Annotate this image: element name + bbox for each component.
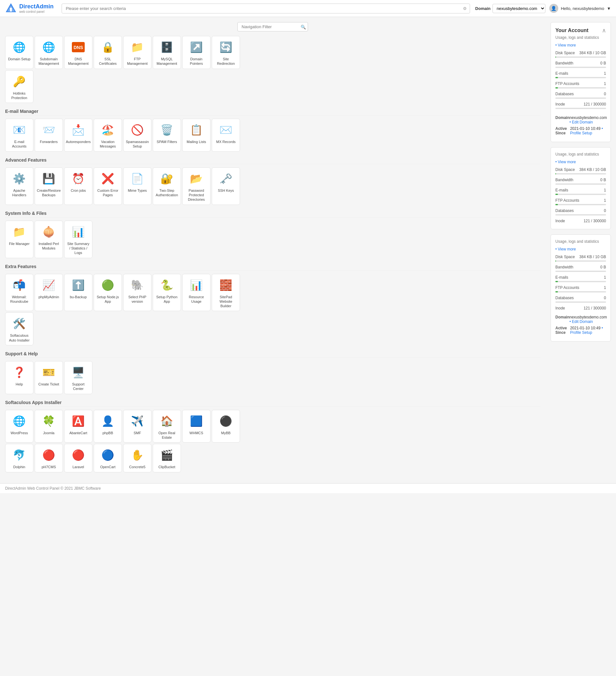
- item-email-accounts[interactable]: 📧 E-mail Accounts: [5, 119, 33, 152]
- svg-rect-2: [10, 8, 12, 11]
- item-autoresponders[interactable]: 📩 Autoresponders: [64, 119, 92, 152]
- item-setup-python-app[interactable]: 🐍 Setup Python App: [153, 274, 181, 312]
- inode-value-3: 121 / 300000: [583, 306, 606, 311]
- item-wordpress[interactable]: 🌐 WordPress: [5, 410, 33, 443]
- avatar: 👤: [549, 4, 558, 13]
- item-ftp-management[interactable]: 📁 FTP Management: [123, 36, 151, 69]
- bandwidth-bar: [555, 67, 606, 68]
- item-ph7cms[interactable]: 🔴 pH7CMS: [35, 444, 63, 472]
- disk-space-bar-3: [555, 261, 606, 262]
- item-password-protected-dirs[interactable]: 📂 Password Protected Directories: [182, 167, 210, 205]
- item-mx-records[interactable]: ✉️ MX Records: [212, 119, 240, 152]
- item-forwarders[interactable]: 📨 Forwarders: [35, 119, 63, 152]
- emails-bar-fill-2: [555, 194, 558, 195]
- item-dolphin[interactable]: 🐬 Dolphin: [5, 444, 33, 472]
- whmcs-icon: 🟦: [189, 413, 204, 429]
- view-more-link-3[interactable]: • View more: [555, 247, 606, 251]
- nav-filter-input[interactable]: [238, 22, 308, 32]
- emails-value-3: 1: [604, 275, 606, 280]
- inode-value: 121 / 300000: [583, 102, 606, 107]
- item-concrete5[interactable]: ✋ Concrete5: [123, 444, 151, 472]
- domain-meta-value-3: nexusbytesdemo.com • Edit Domain: [569, 315, 607, 324]
- item-smf[interactable]: ✈️ SMF: [123, 410, 151, 443]
- item-resource-usage[interactable]: 📊 Resource Usage: [182, 274, 210, 312]
- inode-label: Inode: [555, 102, 565, 107]
- clipbucket-icon: 🎬: [159, 447, 174, 463]
- disk-space-value: 384 KB / 10 GB: [579, 51, 606, 55]
- item-site-redirection[interactable]: 🔄 Site Redirection: [212, 36, 240, 69]
- forwarders-icon: 📨: [41, 122, 56, 137]
- view-more-link-1[interactable]: • View more: [555, 43, 606, 48]
- disk-space-row-2: Disk Space 384 KB / 10 GB: [555, 167, 606, 172]
- domain-meta-row: Domain nexusbytesdemo.com • Edit Domain: [555, 115, 606, 124]
- item-apache-handlers[interactable]: ⚙️ Apache Handlers: [5, 167, 33, 205]
- item-create-ticket[interactable]: 🎫 Create Ticket: [35, 361, 63, 394]
- nav-filter-search-button[interactable]: 🔍: [301, 24, 306, 29]
- main-header: DirectAdmin web control panel ⚙ Domain n…: [0, 0, 616, 17]
- bandwidth-row: Bandwidth 0 B: [555, 61, 606, 65]
- emails-label-2: E-mails: [555, 188, 568, 192]
- item-opencart[interactable]: 🔵 OpenCart: [94, 444, 122, 472]
- webmail-label: Webmail: Roundcube: [7, 295, 31, 304]
- item-cron-jobs[interactable]: ⏰ Cron jobs: [64, 167, 92, 205]
- item-bu-backup[interactable]: ⬆️ bu-Backup: [64, 274, 92, 312]
- search-input[interactable]: [62, 4, 470, 13]
- item-clipbucket[interactable]: 🎬 ClipBucket: [153, 444, 181, 472]
- domain-pointers-icon: ↗️: [189, 40, 204, 55]
- item-whmcs[interactable]: 🟦 WHMCS: [182, 410, 210, 443]
- backups-icon: 💾: [41, 171, 56, 186]
- item-phpbb[interactable]: 👤 phpBB: [94, 410, 122, 443]
- item-ssl-certificates[interactable]: 🔒 SSL Certificates: [94, 36, 122, 69]
- item-custom-error-pages[interactable]: ❌ Custom Error Pages: [94, 167, 122, 205]
- edit-domain-link-3[interactable]: • Edit Domain: [569, 320, 593, 324]
- item-select-php-version[interactable]: 🐘 Select PHP version: [123, 274, 151, 312]
- dns-management-label: DNS Management: [66, 57, 90, 66]
- item-help[interactable]: ❓ Help: [5, 361, 33, 394]
- item-dns-management[interactable]: DNS DNS Management: [64, 36, 92, 69]
- item-setup-nodejs[interactable]: 🟢 Setup Node.js App: [94, 274, 122, 312]
- item-domain-setup[interactable]: 🌐 Domain Setup: [5, 36, 33, 69]
- view-more-link-2[interactable]: • View more: [555, 160, 606, 164]
- file-manager-icon: 📁: [11, 224, 27, 239]
- item-open-real-estate[interactable]: 🏠 Open Real Estate: [153, 410, 181, 443]
- extra-icon-grid-row2: 🛠️ Softaculous Auto Installer: [5, 312, 540, 345]
- item-ssh-keys[interactable]: 🗝️ SSH Keys: [212, 167, 240, 205]
- item-mime-types[interactable]: 📄 Mime Types: [123, 167, 151, 205]
- item-spam-filters[interactable]: 🗑️ SPAM Filters: [153, 119, 181, 152]
- disk-space-row-3: Disk Space 384 KB / 10 GB: [555, 255, 606, 259]
- item-laravel[interactable]: 🔴 Laravel: [64, 444, 92, 472]
- item-webmail-roundcube[interactable]: 📬 Webmail: Roundcube: [5, 274, 33, 312]
- edit-domain-link[interactable]: • Edit Domain: [569, 120, 593, 124]
- emails-bar: [555, 77, 606, 78]
- collapse-button[interactable]: ∧: [602, 27, 606, 34]
- domain-selector[interactable]: Domain nexusbytesdemo.com: [475, 4, 546, 13]
- item-mailing-lists[interactable]: 📋 Mailing Lists: [182, 119, 210, 152]
- item-file-manager[interactable]: 📁 File Manager: [5, 221, 33, 258]
- item-domain-pointers[interactable]: ↗️ Domain Pointers: [182, 36, 210, 69]
- item-abantecart[interactable]: 🅰️ AbanteCart: [64, 410, 92, 443]
- db-bar-3: [555, 301, 606, 303]
- item-vacation-messages[interactable]: 🏖️ Vacation Messages: [94, 119, 122, 152]
- item-spamassassin[interactable]: 🚫 Spamassassin Setup: [123, 119, 151, 152]
- item-create-restore-backups[interactable]: 💾 Create/Restore Backups: [35, 167, 63, 205]
- item-softaculous-auto-installer[interactable]: 🛠️ Softaculous Auto Installer: [5, 312, 33, 345]
- dropdown-icon[interactable]: ▼: [607, 6, 611, 11]
- phpbb-label: phpBB: [102, 431, 113, 435]
- item-hotlinks-protection[interactable]: 🔑 Hotlinks Protection: [5, 70, 33, 103]
- item-phpmyadmin[interactable]: 📈 phpMyAdmin: [35, 274, 63, 312]
- search-bar[interactable]: ⚙: [62, 4, 470, 13]
- item-two-step-auth[interactable]: 🔐 Two-Step Authentication: [153, 167, 181, 205]
- item-support-center[interactable]: 🖥️ Support Center: [64, 361, 92, 394]
- domain-select[interactable]: nexusbytesdemo.com: [493, 4, 546, 13]
- item-joomla[interactable]: 🍀 Joomla: [35, 410, 63, 443]
- dolphin-label: Dolphin: [13, 465, 25, 469]
- site-summary-icon: 📊: [70, 224, 86, 239]
- item-sitepad-website-builder[interactable]: 🧱 SitePad Website Builder: [212, 274, 240, 312]
- item-subdomain-management[interactable]: 🌐 Subdomain Management: [35, 36, 63, 69]
- item-site-summary[interactable]: 📊 Site Summary / Statistics / Logs: [64, 221, 92, 258]
- disk-space-bar-2: [555, 173, 606, 174]
- item-installed-perl-modules[interactable]: 🧅 Installed Perl Modules: [35, 221, 63, 258]
- item-mysql-management[interactable]: 🗄️ MySQL Management: [153, 36, 181, 69]
- emails-row-3: E-mails 1: [555, 275, 606, 280]
- item-mybb[interactable]: ⚫ MyBB: [212, 410, 240, 443]
